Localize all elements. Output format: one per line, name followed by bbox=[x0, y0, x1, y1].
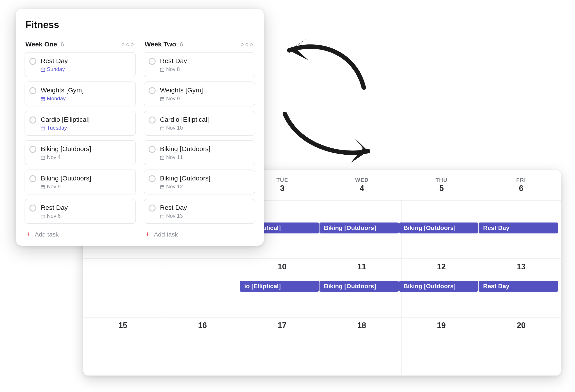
calendar-icon bbox=[160, 126, 164, 131]
plus-icon: + bbox=[26, 231, 30, 238]
task-title: Rest Day bbox=[41, 57, 68, 64]
task-checkbox[interactable] bbox=[148, 205, 156, 211]
sync-arrows-icon bbox=[263, 26, 394, 166]
calendar-event[interactable]: Rest Day bbox=[479, 281, 558, 292]
task-checkbox[interactable] bbox=[29, 175, 36, 182]
header-date: 3 bbox=[280, 184, 285, 193]
calendar-head-wed: WED 4 bbox=[322, 170, 402, 201]
calendar-event[interactable]: io [Elliptical] bbox=[240, 281, 319, 292]
task-date-text: Nov 11 bbox=[166, 154, 183, 160]
column-menu-icon[interactable]: ○○○ bbox=[121, 41, 135, 47]
cell-date: 10 bbox=[242, 263, 322, 272]
plus-icon: + bbox=[145, 231, 150, 238]
task-date-text: Nov 6 bbox=[47, 213, 61, 219]
task-card[interactable]: Rest Day Nov 6 bbox=[24, 199, 136, 224]
calendar-cell[interactable]: Rest Day bbox=[481, 201, 561, 259]
calendar-event[interactable]: Biking [Outdoors] bbox=[319, 281, 399, 292]
task-date: Nov 8 bbox=[160, 66, 187, 72]
task-checkbox[interactable] bbox=[148, 87, 156, 94]
task-title: Biking [Outdoors] bbox=[41, 174, 91, 182]
calendar-icon bbox=[160, 214, 164, 219]
calendar-cell[interactable]: 12 Biking [Outdoors] bbox=[402, 259, 481, 318]
task-checkbox[interactable] bbox=[148, 146, 156, 153]
calendar-cell[interactable]: 17 bbox=[242, 317, 322, 376]
task-checkbox[interactable] bbox=[29, 205, 36, 211]
task-checkbox[interactable] bbox=[29, 146, 36, 153]
task-card[interactable]: Biking [Outdoors] Nov 5 bbox=[24, 169, 136, 194]
task-date-text: Nov 4 bbox=[47, 154, 61, 160]
task-card[interactable]: Cardio [Elliptical] Tuesday bbox=[24, 111, 136, 136]
calendar-cell[interactable]: 16 bbox=[163, 317, 242, 376]
column-header: Week One 6 ○○○ bbox=[24, 40, 136, 48]
calendar-head-thu: THU 5 bbox=[402, 170, 481, 201]
cell-date: 16 bbox=[163, 321, 242, 330]
task-card[interactable]: Rest Day Nov 8 bbox=[144, 52, 255, 77]
task-card[interactable]: Rest Day Nov 13 bbox=[144, 199, 255, 224]
calendar-event[interactable]: Biking [Outdoors] bbox=[399, 223, 478, 233]
fitness-board: Fitness Week One 6 ○○○ Rest Day Sunday W… bbox=[16, 9, 264, 246]
task-checkbox[interactable] bbox=[148, 116, 156, 123]
calendar-cell[interactable]: Biking [Outdoors] bbox=[402, 201, 481, 259]
task-title: Biking [Outdoors] bbox=[41, 145, 91, 152]
task-date: Tuesday bbox=[41, 125, 90, 131]
task-date-text: Nov 12 bbox=[166, 184, 183, 190]
calendar-icon bbox=[160, 68, 164, 72]
calendar-cell[interactable]: 18 bbox=[322, 317, 402, 376]
calendar-cell[interactable] bbox=[83, 259, 163, 318]
task-title: Rest Day bbox=[160, 204, 187, 211]
task-date: Monday bbox=[41, 95, 84, 102]
task-date: Sunday bbox=[41, 66, 68, 72]
add-task-button[interactable]: + Add task bbox=[144, 228, 255, 238]
column-menu-icon[interactable]: ○○○ bbox=[240, 41, 254, 47]
cell-date: 18 bbox=[322, 321, 401, 330]
calendar-cell[interactable]: 11 Biking [Outdoors] bbox=[322, 259, 402, 318]
task-date-text: Sunday bbox=[47, 66, 65, 72]
calendar-icon bbox=[41, 185, 45, 189]
calendar-cell[interactable]: 10 io [Elliptical] bbox=[242, 259, 322, 318]
task-date: Nov 10 bbox=[160, 125, 209, 131]
board-columns: Week One 6 ○○○ Rest Day Sunday Weights [… bbox=[24, 40, 255, 238]
calendar-event[interactable]: Biking [Outdoors] bbox=[319, 223, 399, 233]
task-checkbox[interactable] bbox=[29, 87, 36, 94]
calendar-cell[interactable]: 20 bbox=[481, 317, 561, 376]
calendar-event[interactable]: Biking [Outdoors] bbox=[399, 281, 478, 292]
task-card[interactable]: Cardio [Elliptical] Nov 10 bbox=[144, 111, 255, 136]
column-header: Week Two 6 ○○○ bbox=[144, 40, 255, 48]
calendar-cell[interactable] bbox=[163, 259, 242, 318]
calendar-cell[interactable]: 13 Rest Day bbox=[481, 259, 561, 318]
task-checkbox[interactable] bbox=[148, 58, 156, 65]
cell-date: 20 bbox=[481, 321, 561, 330]
task-checkbox[interactable] bbox=[148, 175, 156, 182]
column-name: Week Two bbox=[145, 40, 176, 48]
calendar-cell[interactable]: 19 bbox=[402, 317, 481, 376]
add-task-label: Add task bbox=[154, 231, 178, 238]
task-checkbox[interactable] bbox=[29, 116, 36, 123]
task-card[interactable]: Weights [Gym] Nov 9 bbox=[144, 81, 255, 106]
task-card[interactable]: Biking [Outdoors] Nov 11 bbox=[144, 140, 255, 165]
task-card[interactable]: Rest Day Sunday bbox=[24, 52, 136, 77]
task-checkbox[interactable] bbox=[29, 58, 36, 65]
task-card[interactable]: Biking [Outdoors] Nov 4 bbox=[24, 140, 136, 165]
cell-date: 19 bbox=[402, 321, 481, 330]
task-title: Weights [Gym] bbox=[41, 86, 84, 94]
task-date-text: Monday bbox=[47, 95, 66, 102]
calendar-icon bbox=[160, 156, 164, 160]
calendar-cell[interactable]: 15 bbox=[83, 317, 163, 376]
cell-date: 15 bbox=[83, 321, 162, 330]
calendar-icon bbox=[41, 156, 45, 160]
calendar-event[interactable]: Rest Day bbox=[479, 223, 558, 233]
task-date: Nov 12 bbox=[160, 184, 210, 190]
task-date: Nov 4 bbox=[41, 154, 91, 160]
task-card[interactable]: Weights [Gym] Monday bbox=[24, 81, 136, 106]
task-card[interactable]: Biking [Outdoors] Nov 12 bbox=[144, 169, 255, 194]
svg-rect-20 bbox=[41, 215, 45, 218]
cell-date: 11 bbox=[322, 263, 401, 272]
board-column: Week Two 6 ○○○ Rest Day Nov 8 Weights [G… bbox=[144, 40, 255, 238]
task-title: Rest Day bbox=[160, 57, 187, 64]
task-title: Biking [Outdoors] bbox=[160, 174, 210, 182]
task-title: Biking [Outdoors] bbox=[160, 145, 210, 152]
header-date: 6 bbox=[519, 184, 523, 193]
task-date-text: Nov 5 bbox=[47, 184, 61, 190]
calendar-cell[interactable]: Biking [Outdoors] bbox=[322, 201, 402, 259]
add-task-button[interactable]: + Add task bbox=[24, 228, 136, 238]
